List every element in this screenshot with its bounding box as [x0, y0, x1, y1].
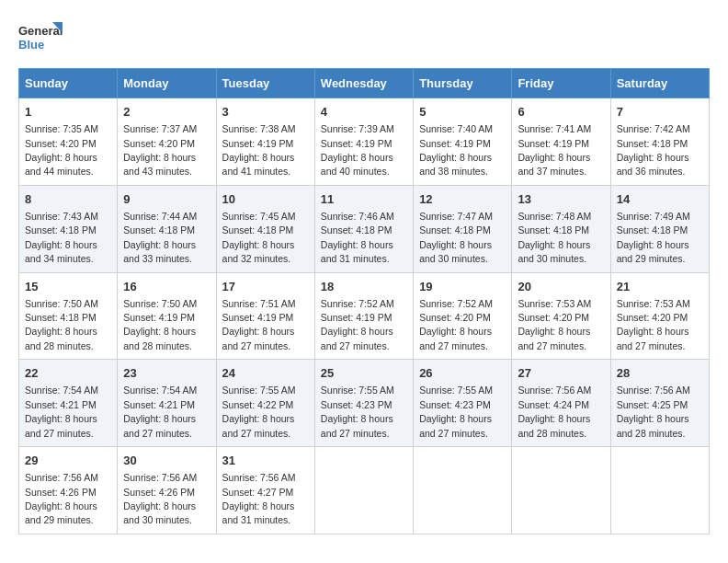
day-cell: 1Sunrise: 7:35 AMSunset: 4:20 PMDaylight… — [19, 98, 118, 186]
day-number: 25 — [321, 365, 407, 382]
day-number: 13 — [518, 191, 604, 208]
day-number: 3 — [222, 104, 309, 121]
day-info: Sunrise: 7:44 AMSunset: 4:18 PMDaylight:… — [123, 211, 197, 264]
day-info: Sunrise: 7:50 AMSunset: 4:19 PMDaylight:… — [123, 298, 197, 351]
day-info: Sunrise: 7:56 AMSunset: 4:27 PMDaylight:… — [222, 472, 296, 525]
day-info: Sunrise: 7:54 AMSunset: 4:21 PMDaylight:… — [25, 385, 98, 438]
day-cell: 21Sunrise: 7:53 AMSunset: 4:20 PMDayligh… — [610, 272, 709, 360]
day-number: 31 — [222, 453, 309, 469]
day-info: Sunrise: 7:50 AMSunset: 4:18 PMDaylight:… — [25, 298, 98, 351]
day-number: 9 — [123, 191, 210, 208]
col-header-sunday: Sunday — [19, 69, 118, 98]
day-number: 22 — [25, 365, 111, 382]
day-number: 24 — [222, 365, 309, 382]
day-info: Sunrise: 7:43 AMSunset: 4:18 PMDaylight:… — [25, 211, 98, 264]
day-number: 7 — [617, 104, 703, 121]
day-number: 4 — [321, 104, 407, 121]
day-number: 26 — [419, 365, 506, 382]
day-cell: 3Sunrise: 7:38 AMSunset: 4:19 PMDaylight… — [216, 98, 314, 186]
day-cell — [512, 447, 610, 534]
header-row: SundayMondayTuesdayWednesdayThursdayFrid… — [19, 69, 710, 98]
day-number: 30 — [123, 453, 210, 469]
day-info: Sunrise: 7:49 AMSunset: 4:18 PMDaylight:… — [617, 211, 690, 264]
day-cell: 31Sunrise: 7:56 AMSunset: 4:27 PMDayligh… — [216, 447, 314, 534]
day-number: 14 — [617, 191, 703, 208]
day-number: 17 — [222, 279, 309, 295]
day-info: Sunrise: 7:56 AMSunset: 4:26 PMDaylight:… — [25, 472, 98, 525]
day-info: Sunrise: 7:56 AMSunset: 4:25 PMDaylight:… — [617, 385, 690, 438]
logo-svg: General Blue — [18, 18, 64, 59]
day-info: Sunrise: 7:35 AMSunset: 4:20 PMDaylight:… — [25, 123, 98, 177]
day-number: 8 — [25, 191, 111, 208]
day-info: Sunrise: 7:38 AMSunset: 4:19 PMDaylight:… — [222, 123, 296, 177]
svg-text:Blue: Blue — [18, 38, 44, 52]
day-info: Sunrise: 7:42 AMSunset: 4:18 PMDaylight:… — [617, 123, 690, 177]
day-number: 19 — [419, 279, 506, 295]
day-info: Sunrise: 7:37 AMSunset: 4:20 PMDaylight:… — [123, 123, 197, 177]
week-row-3: 15Sunrise: 7:50 AMSunset: 4:18 PMDayligh… — [19, 272, 710, 360]
day-info: Sunrise: 7:56 AMSunset: 4:24 PMDaylight:… — [518, 385, 591, 438]
day-number: 27 — [518, 365, 604, 382]
day-cell: 17Sunrise: 7:51 AMSunset: 4:19 PMDayligh… — [216, 272, 314, 360]
day-number: 6 — [518, 104, 604, 121]
day-cell: 26Sunrise: 7:55 AMSunset: 4:23 PMDayligh… — [414, 360, 512, 447]
col-header-tuesday: Tuesday — [216, 69, 314, 98]
col-header-friday: Friday — [512, 69, 610, 98]
week-row-2: 8Sunrise: 7:43 AMSunset: 4:18 PMDaylight… — [19, 185, 710, 272]
day-info: Sunrise: 7:52 AMSunset: 4:20 PMDaylight:… — [419, 298, 493, 351]
day-cell: 20Sunrise: 7:53 AMSunset: 4:20 PMDayligh… — [512, 272, 610, 360]
week-row-4: 22Sunrise: 7:54 AMSunset: 4:21 PMDayligh… — [19, 360, 710, 447]
day-info: Sunrise: 7:47 AMSunset: 4:18 PMDaylight:… — [419, 211, 493, 264]
day-number: 1 — [25, 104, 111, 121]
day-number: 11 — [321, 191, 407, 208]
col-header-monday: Monday — [118, 69, 216, 98]
day-cell: 12Sunrise: 7:47 AMSunset: 4:18 PMDayligh… — [414, 185, 512, 272]
page-header: General Blue — [18, 18, 710, 59]
calendar-table: SundayMondayTuesdayWednesdayThursdayFrid… — [18, 68, 710, 534]
day-cell: 9Sunrise: 7:44 AMSunset: 4:18 PMDaylight… — [118, 185, 216, 272]
day-cell: 2Sunrise: 7:37 AMSunset: 4:20 PMDaylight… — [118, 98, 216, 186]
day-cell: 7Sunrise: 7:42 AMSunset: 4:18 PMDaylight… — [610, 98, 709, 186]
day-info: Sunrise: 7:55 AMSunset: 4:23 PMDaylight:… — [419, 385, 493, 438]
day-cell: 22Sunrise: 7:54 AMSunset: 4:21 PMDayligh… — [19, 360, 118, 447]
day-cell: 18Sunrise: 7:52 AMSunset: 4:19 PMDayligh… — [314, 272, 413, 360]
day-number: 21 — [617, 279, 703, 295]
day-info: Sunrise: 7:52 AMSunset: 4:19 PMDaylight:… — [321, 298, 394, 351]
day-info: Sunrise: 7:40 AMSunset: 4:19 PMDaylight:… — [419, 123, 493, 177]
week-row-5: 29Sunrise: 7:56 AMSunset: 4:26 PMDayligh… — [19, 447, 710, 534]
day-cell: 30Sunrise: 7:56 AMSunset: 4:26 PMDayligh… — [118, 447, 216, 534]
day-number: 29 — [25, 453, 111, 469]
day-info: Sunrise: 7:45 AMSunset: 4:18 PMDaylight:… — [222, 211, 296, 264]
day-number: 15 — [25, 279, 111, 295]
day-info: Sunrise: 7:53 AMSunset: 4:20 PMDaylight:… — [518, 298, 591, 351]
day-info: Sunrise: 7:51 AMSunset: 4:19 PMDaylight:… — [222, 298, 296, 351]
day-cell: 15Sunrise: 7:50 AMSunset: 4:18 PMDayligh… — [19, 272, 118, 360]
day-cell: 19Sunrise: 7:52 AMSunset: 4:20 PMDayligh… — [414, 272, 512, 360]
day-cell: 28Sunrise: 7:56 AMSunset: 4:25 PMDayligh… — [610, 360, 709, 447]
day-cell: 4Sunrise: 7:39 AMSunset: 4:19 PMDaylight… — [314, 98, 413, 186]
day-number: 28 — [617, 365, 703, 382]
day-info: Sunrise: 7:39 AMSunset: 4:19 PMDaylight:… — [321, 123, 394, 177]
day-info: Sunrise: 7:54 AMSunset: 4:21 PMDaylight:… — [123, 385, 197, 438]
week-row-1: 1Sunrise: 7:35 AMSunset: 4:20 PMDaylight… — [19, 98, 710, 186]
day-number: 5 — [419, 104, 506, 121]
day-cell: 23Sunrise: 7:54 AMSunset: 4:21 PMDayligh… — [118, 360, 216, 447]
day-info: Sunrise: 7:56 AMSunset: 4:26 PMDaylight:… — [123, 472, 197, 525]
day-cell: 6Sunrise: 7:41 AMSunset: 4:19 PMDaylight… — [512, 98, 610, 186]
day-cell: 8Sunrise: 7:43 AMSunset: 4:18 PMDaylight… — [19, 185, 118, 272]
day-cell: 5Sunrise: 7:40 AMSunset: 4:19 PMDaylight… — [414, 98, 512, 186]
day-number: 12 — [419, 191, 506, 208]
day-cell: 27Sunrise: 7:56 AMSunset: 4:24 PMDayligh… — [512, 360, 610, 447]
day-cell: 16Sunrise: 7:50 AMSunset: 4:19 PMDayligh… — [118, 272, 216, 360]
day-cell: 10Sunrise: 7:45 AMSunset: 4:18 PMDayligh… — [216, 185, 314, 272]
day-cell: 25Sunrise: 7:55 AMSunset: 4:23 PMDayligh… — [314, 360, 413, 447]
col-header-saturday: Saturday — [610, 69, 709, 98]
day-cell — [610, 447, 709, 534]
day-cell — [414, 447, 512, 534]
day-cell — [314, 447, 413, 534]
day-info: Sunrise: 7:46 AMSunset: 4:18 PMDaylight:… — [321, 211, 394, 264]
day-info: Sunrise: 7:53 AMSunset: 4:20 PMDaylight:… — [617, 298, 690, 351]
day-number: 18 — [321, 279, 407, 295]
day-info: Sunrise: 7:55 AMSunset: 4:22 PMDaylight:… — [222, 385, 296, 438]
day-info: Sunrise: 7:48 AMSunset: 4:18 PMDaylight:… — [518, 211, 591, 264]
